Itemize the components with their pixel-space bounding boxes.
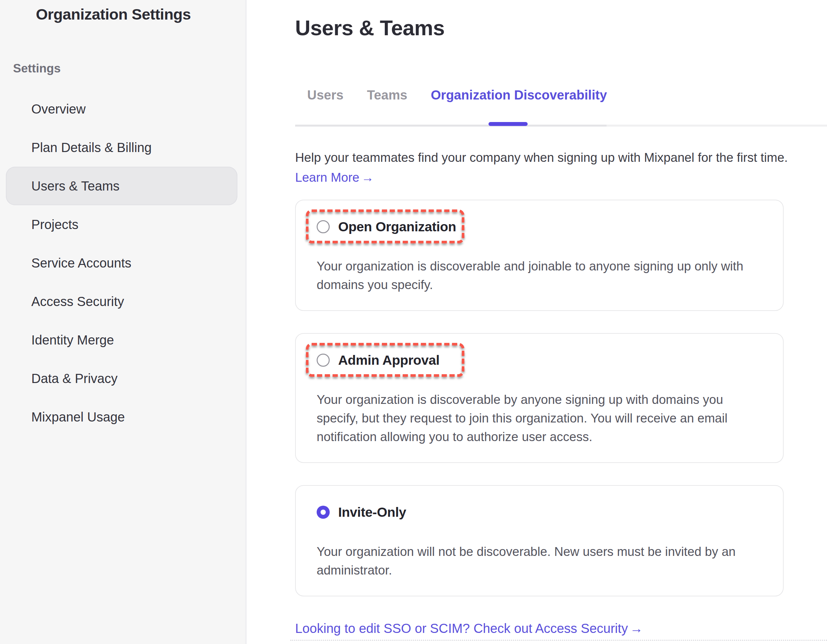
arrow-right-icon: → [361, 170, 374, 184]
sidebar-item-mixpanel-usage[interactable]: Mixpanel Usage [6, 398, 237, 436]
sidebar-nav: Overview Plan Details & Billing Users & … [0, 90, 245, 436]
radio-open-organization[interactable] [317, 220, 330, 233]
tab-organization-discoverability[interactable]: Organization Discoverability [431, 88, 607, 102]
tab-underline [295, 125, 827, 127]
bottom-divider [290, 640, 827, 641]
intro-text: Help your teammates find your company wh… [295, 149, 825, 166]
option-card-invite-only: Invite-Only Your organization will not b… [295, 485, 783, 596]
option-admin-approval[interactable]: Admin Approval [317, 353, 440, 367]
sidebar-item-plan-details-billing[interactable]: Plan Details & Billing [6, 128, 237, 167]
access-security-link-label: Looking to edit SSO or SCIM? Check out A… [295, 621, 628, 636]
access-security-link[interactable]: Looking to edit SSO or SCIM? Check out A… [295, 621, 643, 636]
option-card-open-organization: Open Organization Your organization is d… [295, 200, 783, 311]
app-window: Organization Settings Settings Overview … [0, 0, 827, 644]
main-content: Users & Teams Users Teams Organization D… [247, 0, 827, 644]
option-description-invite-only: Your organization will not be discoverab… [317, 542, 762, 579]
tab-bar: Users Teams Organization Discoverability [307, 88, 827, 102]
sidebar-item-users-teams[interactable]: Users & Teams [6, 167, 237, 205]
sidebar-item-data-privacy[interactable]: Data & Privacy [6, 359, 237, 398]
radio-invite-only[interactable] [317, 506, 330, 519]
sidebar-item-service-accounts[interactable]: Service Accounts [6, 244, 237, 282]
page-title: Users & Teams [295, 16, 827, 40]
option-label-admin-approval: Admin Approval [338, 353, 440, 368]
active-tab-indicator [488, 122, 527, 126]
radio-admin-approval[interactable] [317, 354, 330, 367]
sidebar-item-identity-merge[interactable]: Identity Merge [6, 321, 237, 359]
option-description-open-organization: Your organization is discoverable and jo… [317, 257, 762, 294]
sidebar: Organization Settings Settings Overview … [0, 0, 247, 644]
sidebar-item-projects[interactable]: Projects [6, 205, 237, 244]
tab-users[interactable]: Users [307, 88, 343, 102]
option-description-admin-approval: Your organization is discoverable by any… [317, 390, 762, 446]
learn-more-link[interactable]: Learn More→ [295, 170, 374, 184]
tab-underline-track [295, 125, 607, 127]
option-label-invite-only: Invite-Only [338, 505, 406, 520]
sidebar-section-label: Settings [13, 62, 245, 75]
option-open-organization[interactable]: Open Organization [317, 220, 456, 234]
option-label-open-organization: Open Organization [338, 219, 456, 234]
learn-more-label: Learn More [295, 170, 359, 184]
sidebar-item-overview[interactable]: Overview [6, 90, 237, 128]
arrow-right-icon: → [630, 621, 643, 636]
sidebar-title: Organization Settings [36, 5, 245, 23]
sidebar-item-access-security[interactable]: Access Security [6, 282, 237, 321]
option-invite-only[interactable]: Invite-Only [317, 505, 406, 519]
option-card-admin-approval: Admin Approval Your organization is disc… [295, 333, 783, 463]
tab-teams[interactable]: Teams [367, 88, 407, 102]
